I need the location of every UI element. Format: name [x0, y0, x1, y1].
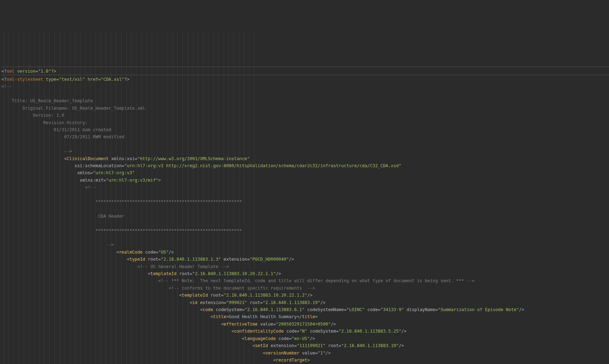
code-line: <recordTarget> [1, 358, 310, 363]
pi-close2: ?> [124, 77, 130, 82]
tag-templateid: templateId [150, 271, 177, 276]
pi-xml-attrs: version="1.0"?> [14, 69, 56, 74]
code-line: <realmCode code="US"/> [1, 250, 174, 255]
code-line: ****************************************… [1, 199, 242, 204]
pi-xsl-attrs: type="text/xsl" href="CDA.xsl" [43, 77, 124, 82]
code-line: <!-- [1, 185, 96, 190]
comment-revhist: Revision History: [1, 120, 88, 125]
code-line: <code codeSystem="2.16.840.1.113883.6.1"… [1, 307, 524, 312]
code-line: --> [1, 242, 114, 247]
comment-version: Version: 1.0 [1, 113, 64, 118]
tag-recordtarget: recordTarget [276, 358, 307, 363]
comment-blank [1, 235, 4, 240]
code-line: <templateId root="2.16.840.1.113883.10.2… [1, 271, 281, 276]
tag-languagecode: languageCode [245, 336, 276, 341]
comment-title: Title: US_Realm_Header_Template [1, 98, 93, 103]
tag-confidentialitycode: confidentialityCode [234, 329, 284, 334]
tag-title: title [213, 314, 226, 319]
tag-realmcode: realmCode [119, 250, 143, 255]
comment-rev2: 07/29/2011 RWM modified [1, 134, 124, 139]
code-line: <!-- *** Note: The next templateId, code… [1, 278, 474, 283]
code-line: <confidentialityCode code="N" codeSystem… [1, 329, 407, 334]
code-line: xmlns:mif="urn:hl7-org:v3/mif"> [1, 178, 161, 183]
pi-open: <? [1, 69, 7, 74]
tag-id: id [192, 300, 197, 305]
code-line: <!-- conforms to the document specific r… [1, 286, 315, 291]
comment-blank [1, 206, 4, 211]
tag-versionnumber: versionNumber [265, 351, 299, 356]
tag-code: code [203, 307, 213, 312]
pi-open2: <? [1, 77, 7, 82]
code-content: <?xml version="1.0"?> <?xml-stylesheet t… [1, 59, 609, 364]
comment-close: --> [1, 149, 72, 154]
tag-templateid: templateId [182, 293, 208, 298]
comment-line [1, 91, 4, 96]
comment-rev1: 01/31/2011 bam created [1, 127, 111, 132]
code-line: <setId extension="111199021" root="2.16.… [1, 343, 404, 348]
code-line: <ClinicalDocument xmlns:xsi="http://www.… [1, 156, 250, 161]
code-editor[interactable]: <?xml version="1.0"?> <?xml-stylesheet t… [1, 31, 609, 364]
comment-blank [1, 192, 4, 197]
code-line: <templateId root="2.16.840.1.113883.10.2… [1, 293, 312, 298]
pi-xml: xml [7, 69, 14, 74]
comment-blank [1, 142, 4, 147]
code-line: xmlns="urn:hl7-org:v3" [1, 170, 135, 175]
pi-xsl: xml-stylesheet [7, 77, 43, 82]
code-line: ****************************************… [1, 228, 242, 233]
code-line: <versionNumber value="1"/> [1, 351, 331, 356]
comment-open: <!-- [1, 84, 12, 89]
code-line: CDA Header [1, 214, 124, 219]
code-line: <id extension="999021" root="2.16.840.1.… [1, 300, 326, 305]
code-line: <effectiveTime value="20050329171504+050… [1, 322, 336, 327]
tag-effectivetime: effectiveTime [223, 322, 257, 327]
code-line: xsi:schemaLocation="urn:hl7-org:v3 http:… [1, 163, 401, 168]
comment-filename: Original Filename: US_Realm_Header_Templ… [1, 106, 145, 111]
tag-setid: setId [255, 343, 268, 348]
code-line: <typeId root="2.16.840.1.113883.1.3" ext… [1, 257, 294, 262]
code-line: <title>Good Health Health Summary</title… [1, 314, 318, 319]
tag-clinicaldocument: ClinicalDocument [67, 156, 108, 161]
code-line: <languageCode code="en-US"/> [1, 336, 315, 341]
tag-typeid: typeId [130, 257, 145, 262]
comment-blank [1, 221, 4, 226]
code-line: <!-- US General Header Template --> [1, 264, 229, 269]
